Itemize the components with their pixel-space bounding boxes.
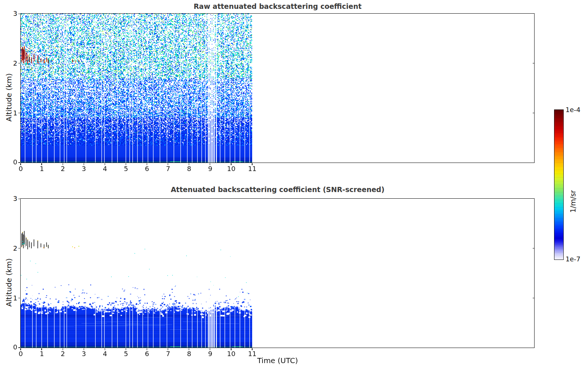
y-tick-label: 2 [6,245,17,252]
screened-panel [20,198,535,348]
x-tick-label: 10 [227,166,236,172]
screened-panel-title: Attenuated backscattering coefficient (S… [20,186,535,193]
y-tick-label: 3 [6,195,17,202]
y-tick-mark [18,14,20,14]
y-tick-mark [18,347,20,348]
y-tick-mark [18,248,20,248]
x-tick-label: 8 [187,166,191,172]
colorbar-max-label: 1e-4 [566,106,580,114]
y-tick-mark-right [533,298,535,298]
y-tick-label: 1 [6,110,17,116]
x-tick-label: 5 [124,166,128,172]
raw-panel-title: Raw attenuated backscattering coefficien… [20,3,535,10]
y-tick-label: 0 [6,159,17,166]
x-axis-label: Time (UTC) [20,356,535,365]
y-tick-label: 2 [6,60,17,67]
y-tick-mark [18,63,20,63]
colorbar [554,109,564,260]
x-tick-label: 9 [208,166,212,172]
y-tick-mark [18,113,20,113]
y-tick-mark-right [533,248,535,248]
raw-panel [20,13,535,163]
y-tick-mark [18,298,20,298]
y-tick-mark [18,162,20,163]
x-tick-label: 2 [61,166,65,172]
x-tick-label: 0 [19,166,23,172]
x-tick-label: 1 [40,166,44,172]
y-tick-mark-right [533,113,535,113]
x-tick-label: 11 [248,166,257,172]
raw-heatmap-canvas [21,14,252,163]
y-tick-label: 1 [6,295,17,302]
x-tick-label: 6 [145,166,149,172]
x-tick-label: 4 [103,166,107,172]
y-tick-label: 0 [6,344,17,351]
colorbar-unit-label: 1/m/sr [569,161,577,213]
figure-root: Raw attenuated backscattering coefficien… [0,0,588,376]
y-tick-mark-right [533,63,535,63]
y-tick-mark [18,199,20,199]
y-tick-label: 3 [6,10,17,17]
screened-heatmap-canvas [21,199,252,348]
colorbar-min-label: 1e-7 [566,255,580,263]
x-tick-label: 3 [82,166,86,172]
x-tick-label: 7 [166,166,170,172]
